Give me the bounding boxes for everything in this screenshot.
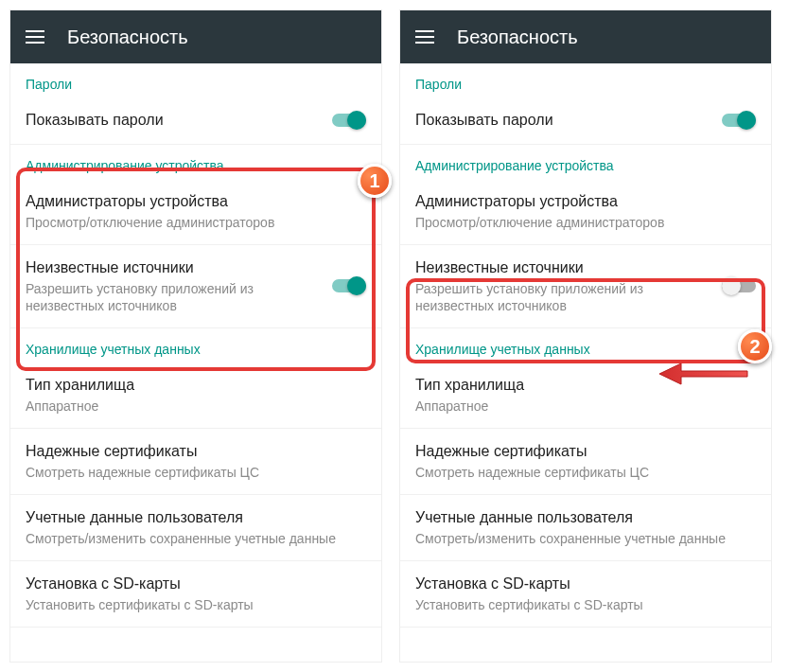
section-credentials: Хранилище учетных данных [400, 328, 771, 363]
item-sub: Аппаратное [26, 398, 366, 415]
menu-icon[interactable] [26, 30, 44, 44]
item-user-creds[interactable]: Учетные данные пользователя Смотреть/изм… [400, 495, 771, 561]
item-label: Показывать пароли [26, 111, 321, 131]
item-sub: Смотреть надежные сертификаты ЦС [26, 464, 366, 481]
item-unknown-sources[interactable]: Неизвестные источники Разрешить установк… [400, 245, 771, 328]
item-device-admins[interactable]: Администраторы устройства Просмотр/отклю… [10, 179, 381, 245]
item-label: Установка с SD-карты [415, 575, 756, 594]
appbar-title: Безопасность [457, 27, 578, 48]
item-label: Учетные данные пользователя [415, 508, 756, 528]
item-sub: Разрешить установку приложений из неизве… [415, 280, 710, 314]
item-show-passwords[interactable]: Показывать пароли [400, 97, 771, 145]
item-sub: Разрешить установку приложений из неизве… [26, 280, 321, 314]
appbar: Безопасность [10, 10, 381, 63]
item-sub: Аппаратное [415, 398, 756, 415]
item-sd-install[interactable]: Установка с SD-карты Установить сертифик… [400, 561, 771, 628]
appbar: Безопасность [400, 10, 771, 63]
item-sub: Просмотр/отключение администраторов [26, 214, 366, 231]
switch-show-passwords[interactable] [332, 111, 366, 130]
item-show-passwords[interactable]: Показывать пароли [10, 97, 381, 145]
item-label: Администраторы устройства [415, 192, 756, 212]
item-sub: Установить сертификаты с SD-карты [415, 596, 756, 613]
item-label: Надежные сертификаты [415, 442, 756, 462]
item-sub: Смотреть надежные сертификаты ЦС [415, 464, 756, 481]
item-label: Администраторы устройства [26, 192, 366, 212]
section-passwords: Пароли [400, 63, 771, 97]
item-storage-type[interactable]: Тип хранилища Аппаратное [10, 363, 381, 429]
item-sub: Просмотр/отключение администраторов [415, 214, 756, 231]
section-passwords: Пароли [10, 63, 381, 97]
arrow-icon [658, 360, 752, 388]
item-label: Тип хранилища [26, 376, 366, 396]
section-credentials: Хранилище учетных данных [10, 328, 381, 363]
item-label: Учетные данные пользователя [26, 508, 366, 528]
item-label: Неизвестные источники [26, 258, 321, 278]
badge-step-1: 1 [358, 164, 392, 198]
item-trusted-certs[interactable]: Надежные сертификаты Смотреть надежные с… [400, 429, 771, 495]
menu-icon[interactable] [415, 30, 434, 44]
appbar-title: Безопасность [67, 27, 188, 48]
item-sub: Смотреть/изменить сохраненные учетные да… [26, 530, 366, 547]
item-device-admins[interactable]: Администраторы устройства Просмотр/отклю… [400, 179, 771, 245]
item-label: Показывать пароли [415, 111, 710, 131]
item-label: Неизвестные источники [415, 258, 710, 278]
switch-show-passwords[interactable] [722, 111, 756, 130]
section-admin: Администрирование устройства [400, 145, 771, 179]
phone-right: Безопасность Пароли Показывать пароли Ад… [399, 9, 772, 663]
item-sub: Смотреть/изменить сохраненные учетные да… [415, 530, 756, 547]
item-user-creds[interactable]: Учетные данные пользователя Смотреть/изм… [10, 495, 381, 561]
item-label: Надежные сертификаты [26, 442, 366, 462]
section-admin: Администрирование устройства [10, 145, 381, 179]
item-label: Установка с SD-карты [26, 575, 366, 594]
item-sd-install[interactable]: Установка с SD-карты Установить сертифик… [10, 561, 381, 628]
item-unknown-sources[interactable]: Неизвестные источники Разрешить установк… [10, 245, 381, 328]
item-trusted-certs[interactable]: Надежные сертификаты Смотреть надежные с… [10, 429, 381, 495]
switch-unknown-sources[interactable] [722, 276, 756, 295]
phone-left: Безопасность Пароли Показывать пароли Ад… [9, 9, 382, 663]
switch-unknown-sources[interactable] [332, 276, 366, 295]
item-sub: Установить сертификаты с SD-карты [26, 596, 366, 613]
badge-step-2: 2 [738, 329, 772, 363]
